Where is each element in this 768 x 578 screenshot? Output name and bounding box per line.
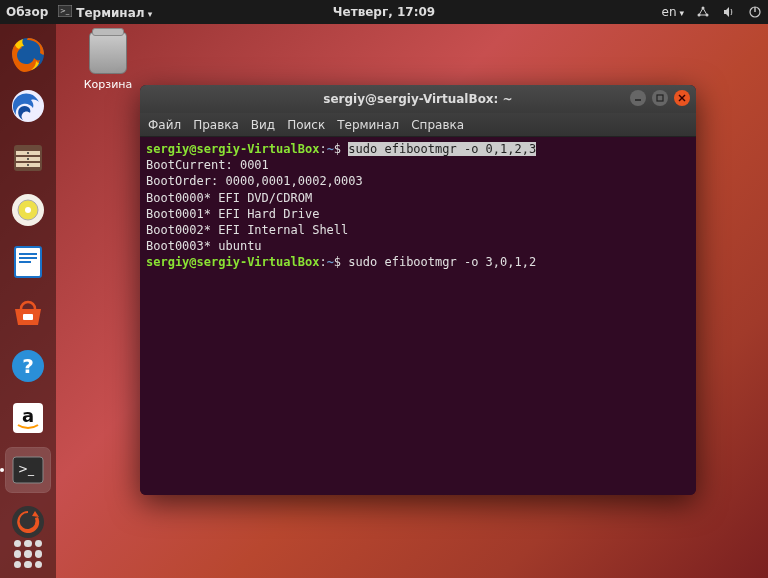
menu-search[interactable]: Поиск: [287, 118, 325, 132]
input-language-indicator[interactable]: en: [662, 5, 684, 19]
output-line: Boot0002* EFI Internal Shell: [146, 222, 690, 238]
maximize-button[interactable]: [652, 90, 668, 106]
trash-icon: [89, 32, 127, 74]
dock-firefox[interactable]: [6, 32, 50, 76]
menu-terminal[interactable]: Терминал: [337, 118, 399, 132]
menu-help[interactable]: Справка: [411, 118, 464, 132]
dock-thunderbird[interactable]: [6, 84, 50, 128]
svg-point-13: [27, 152, 29, 154]
svg-text:>_: >_: [60, 7, 70, 15]
desktop-trash[interactable]: Корзина: [78, 32, 138, 91]
svg-rect-23: [23, 314, 33, 320]
dock-files[interactable]: [6, 136, 50, 180]
window-title: sergiy@sergiy-VirtualBox: ~: [323, 92, 512, 106]
svg-text:>_: >_: [18, 462, 35, 476]
prompt-userhost: sergiy@sergiy-VirtualBox: [146, 142, 319, 156]
prompt-path: ~: [327, 142, 334, 156]
dock-libreoffice-writer[interactable]: [6, 240, 50, 284]
gnome-top-panel: Обзор >_ Терминал Четверг, 17:09 en: [0, 0, 768, 24]
dock-software-updater[interactable]: [6, 500, 50, 544]
svg-point-15: [27, 164, 29, 166]
svg-text:a: a: [22, 405, 34, 426]
svg-text:?: ?: [22, 354, 34, 378]
output-line: Boot0003* ubuntu: [146, 238, 690, 254]
svg-point-14: [27, 158, 29, 160]
terminal-window: sergiy@sergiy-VirtualBox: ~ Файл Правка …: [140, 85, 696, 495]
menu-view[interactable]: Вид: [251, 118, 275, 132]
minimize-button[interactable]: [630, 90, 646, 106]
volume-icon[interactable]: [722, 5, 736, 19]
terminal-icon: >_: [58, 4, 72, 18]
show-applications-button[interactable]: [14, 540, 42, 568]
trash-label: Корзина: [78, 78, 138, 91]
output-line: BootOrder: 0000,0001,0002,0003: [146, 173, 690, 189]
dock-amazon[interactable]: a: [6, 396, 50, 440]
output-line: BootCurrent: 0001: [146, 157, 690, 173]
svg-rect-21: [19, 257, 37, 259]
terminal-menubar: Файл Правка Вид Поиск Терминал Справка: [140, 113, 696, 137]
command-1: sudo efibootmgr -o 0,1,2,3: [348, 142, 536, 156]
close-button[interactable]: [674, 90, 690, 106]
menu-edit[interactable]: Правка: [193, 118, 239, 132]
power-icon[interactable]: [748, 5, 762, 19]
prompt-userhost: sergiy@sergiy-VirtualBox: [146, 255, 319, 269]
activities-button[interactable]: Обзор: [6, 5, 48, 19]
menu-file[interactable]: Файл: [148, 118, 181, 132]
active-app-menu[interactable]: >_ Терминал: [58, 4, 152, 20]
prompt-line-1: sergiy@sergiy-VirtualBox:~$ sudo efiboot…: [146, 141, 690, 157]
window-titlebar[interactable]: sergiy@sergiy-VirtualBox: ~: [140, 85, 696, 113]
dock-help[interactable]: ?: [6, 344, 50, 388]
terminal-body[interactable]: sergiy@sergiy-VirtualBox:~$ sudo efiboot…: [140, 137, 696, 495]
prompt-line-2: sergiy@sergiy-VirtualBox:~$ sudo efiboot…: [146, 254, 690, 270]
active-app-label: Терминал: [76, 6, 152, 20]
svg-rect-22: [19, 261, 31, 263]
network-icon[interactable]: [696, 5, 710, 19]
clock[interactable]: Четверг, 17:09: [333, 5, 435, 19]
ubuntu-dock: ? a >_: [0, 24, 56, 578]
dock-ubuntu-software[interactable]: [6, 292, 50, 336]
dock-terminal[interactable]: >_: [6, 448, 50, 492]
output-line: Boot0001* EFI Hard Drive: [146, 206, 690, 222]
dock-rhythmbox[interactable]: [6, 188, 50, 232]
command-2: sudo efibootmgr -o 3,0,1,2: [348, 255, 536, 269]
svg-rect-32: [657, 95, 663, 101]
window-controls: [630, 90, 690, 106]
svg-point-18: [25, 207, 31, 213]
svg-rect-20: [19, 253, 37, 255]
output-line: Boot0000* EFI DVD/CDROM: [146, 190, 690, 206]
prompt-path: ~: [327, 255, 334, 269]
